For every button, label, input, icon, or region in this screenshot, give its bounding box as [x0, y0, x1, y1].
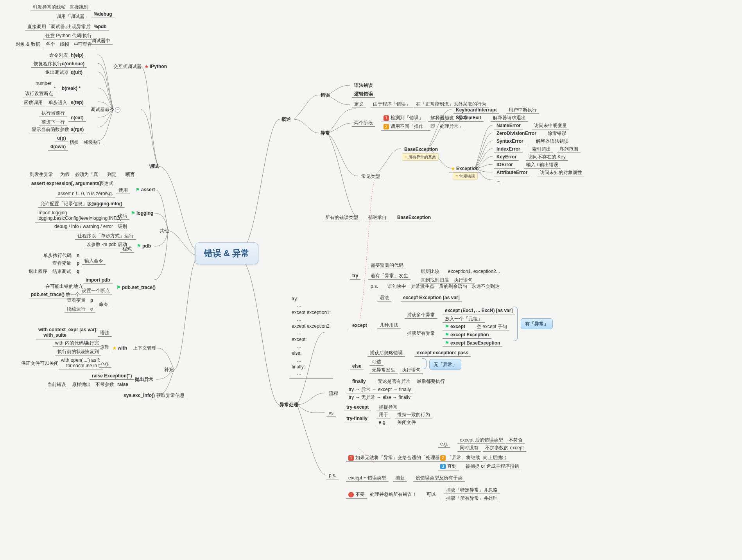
- leaf: 同时没有: [457, 445, 481, 452]
- topic-try[interactable]: try: [350, 273, 360, 280]
- topic-baseexception[interactable]: BaseException: [402, 146, 440, 153]
- leaf: 1如果无法将「异常」交给合适的「处理器」: [346, 454, 447, 462]
- cmd-up: u(p): [55, 135, 68, 142]
- leaf: except BaseException: [443, 340, 502, 347]
- leaf: 出现异常后: [65, 23, 93, 31]
- callout-no-exception: 无「异常」: [429, 359, 461, 370]
- branch-exception-handling[interactable]: 异常处理: [280, 402, 298, 407]
- topic-error[interactable]: 错误: [321, 92, 330, 98]
- leaf: 层层比较: [418, 268, 442, 275]
- topic-assert[interactable]: assert: [136, 187, 155, 192]
- leaf: 若有「异常」发生: [368, 273, 410, 280]
- leaf: 原样抛出: [70, 381, 93, 388]
- topic-pdb[interactable]: pdb: [137, 243, 151, 249]
- cmd-break: b(reak) *: [59, 85, 83, 92]
- leaf: 则发生异常: [27, 171, 56, 178]
- leaf: 结束调试: [50, 268, 73, 275]
- note-base: 所有异常的基类: [402, 153, 439, 161]
- leaf: 不符合: [506, 437, 525, 444]
- leaf: 处理并忽略所有错误！: [367, 491, 419, 498]
- leaf: 放入一个「元组」: [443, 316, 485, 323]
- leaf: p: [74, 260, 82, 267]
- topic-sys-exc-info[interactable]: sys.exc_info(): [121, 392, 157, 399]
- leaf: KeyboardInterrupt: [453, 107, 499, 114]
- leaf: 当前错误: [45, 381, 68, 388]
- leaf: 访问未知的对象属性: [538, 169, 584, 176]
- leaf: 前进下一行: [39, 119, 67, 126]
- leaf: 退出调试器: [43, 69, 71, 76]
- topic-with[interactable]: with: [113, 345, 127, 351]
- branch-supplement[interactable]: 补充: [164, 367, 174, 372]
- topic-exception[interactable]: 异常: [321, 130, 330, 136]
- branch-overview[interactable]: 概述: [281, 117, 291, 122]
- leaf: 必须为「真」: [72, 171, 105, 178]
- topic-logging[interactable]: logging: [131, 210, 153, 216]
- leaf: assert expression[, arguments]: [29, 180, 103, 187]
- leaf: 输入 / 输出错误: [524, 162, 561, 169]
- leaf: with open('...') as f: for eachLine in f…: [59, 357, 103, 370]
- leaf: 都继承自: [366, 214, 389, 221]
- leaf: 断言: [123, 171, 137, 178]
- topic-settrace[interactable]: pdb.set_trace(): [116, 285, 156, 290]
- leaf: 恢复到: [82, 348, 101, 355]
- topic-ipython[interactable]: IPython: [145, 64, 167, 69]
- topic-else[interactable]: else: [350, 363, 364, 370]
- topic-pdebug[interactable]: %debug: [91, 11, 115, 18]
- topic-except[interactable]: except: [350, 322, 369, 329]
- leaf: 获取异常信息: [154, 392, 187, 399]
- branch-other[interactable]: 其他: [160, 228, 169, 233]
- leaf: SystemExit: [453, 115, 484, 122]
- cmd-down: d(own): [48, 144, 68, 151]
- brace-icon: [513, 307, 518, 341]
- collapse-toggle-1[interactable]: [115, 107, 122, 113]
- leaf: except exception: pass: [414, 350, 471, 357]
- leaf: 语句块中「异常激生点」后的剩余语句: [385, 283, 470, 290]
- topic-flow[interactable]: 流程: [326, 390, 341, 397]
- topic-ppdb[interactable]: %pdb: [91, 23, 109, 31]
- leaf: 除零错误: [545, 130, 569, 137]
- code-block: try: … except exception1: … except excep…: [289, 295, 333, 379]
- topic-ps[interactable]: p.s.: [326, 472, 339, 479]
- leaf: 逻辑错误: [352, 91, 375, 98]
- leaf: 在可能出错的地方: [43, 283, 85, 290]
- leaf: 需要监测的代码: [368, 262, 406, 269]
- leaf: 语法错误: [352, 82, 375, 89]
- leaf: 命令: [97, 301, 111, 308]
- leaf: p: [88, 297, 95, 304]
- leaf: 让程序以「单步方式」运行: [75, 233, 136, 240]
- leaf: IOError: [494, 162, 515, 169]
- leaf: 2调用不同「操作」: [381, 123, 430, 131]
- leaf: 3直到: [438, 463, 459, 470]
- leaf: 允许配置「记录信息」级别: [38, 201, 99, 208]
- leaf: 捕获多个异常: [405, 312, 437, 319]
- leaf: 空 except 子句: [474, 323, 509, 330]
- leaf: pdb.set_trace(): [29, 291, 67, 298]
- leaf: except: [443, 323, 468, 330]
- topic-vs[interactable]: vs: [326, 410, 336, 417]
- leaf: 为假: [58, 171, 72, 178]
- leaf: 判定: [105, 171, 119, 178]
- leaf: KeyError: [494, 154, 519, 161]
- topic-debugger-commands[interactable]: 调试器命令: [91, 107, 114, 112]
- leaf: 可选: [369, 359, 384, 366]
- topic-context-manager[interactable]: 上下文管理: [133, 345, 156, 351]
- leaf: 最后都要执行: [414, 378, 447, 385]
- leaf: SyntaxError: [494, 138, 526, 145]
- leaf: IndexError: [494, 146, 523, 153]
- topic-exc-class[interactable]: Exception: [449, 165, 481, 172]
- topic-raise[interactable]: 抛出异常: [135, 377, 154, 382]
- topic-interactive-debugger[interactable]: 交互式调试器: [113, 64, 142, 69]
- leaf: number: [33, 80, 54, 87]
- leaf: 单步执行代码: [41, 252, 74, 259]
- leaf: q: [74, 268, 82, 275]
- leaf: except Exception: [443, 332, 491, 339]
- root-topic[interactable]: 错误 & 异常: [195, 242, 258, 264]
- branch-debug[interactable]: 调试: [149, 163, 159, 169]
- topic-finally[interactable]: finally: [350, 378, 368, 385]
- leaf: try-finally: [344, 415, 370, 422]
- leaf: c: [88, 306, 95, 313]
- leaf: 由于程序「错误」: [371, 101, 413, 108]
- leaf: 级别: [115, 223, 129, 230]
- leaf: AttributeError: [494, 169, 530, 176]
- leaf: raise: [115, 381, 131, 388]
